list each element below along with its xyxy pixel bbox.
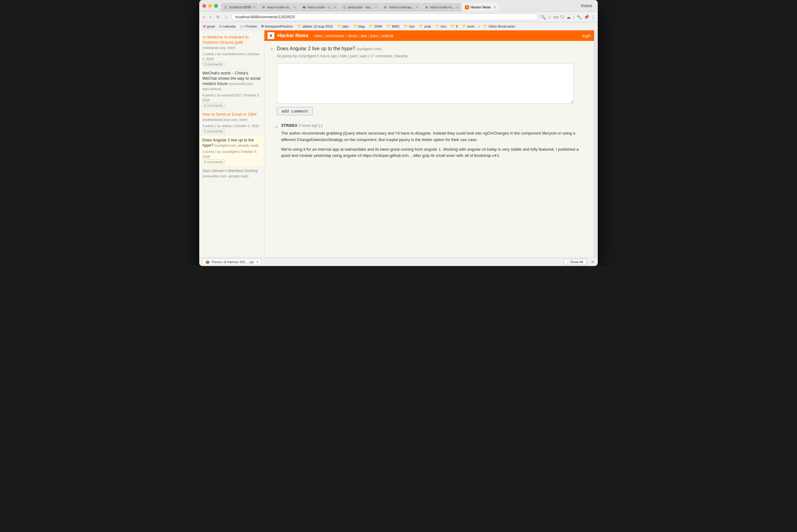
tab-close-icon[interactable]: ✕ [493,5,496,9]
bookmark-alltabs[interactable]: 📁 alltabs 19-aug-2016 [296,23,334,29]
bookmark-calendar[interactable]: G calendar [218,24,237,29]
tab-js[interactable]: 🗋 javascript - rea... ✕ [340,3,380,12]
comment-collapse[interactable]: [-] [319,124,323,128]
favorite-link[interactable]: favorite [395,54,407,58]
web-link[interactable]: web [360,54,367,58]
story-link[interactable]: How to Send an Email in 1984 [202,112,257,117]
story-meta: 2 points | by cscycligent | October 3, 2… [202,149,261,165]
comment-textarea[interactable] [277,63,574,103]
comments-link[interactable]: 0 comments [202,103,225,108]
sidebar-story-5[interactable]: Sam Altman's Manifest Destiny (newyorker… [199,167,264,182]
bookmark-gmail[interactable]: M gmail [202,24,216,29]
comment-paragraph-2: We're using it for an internal app at wa… [281,146,584,159]
page-icon: 🗋 [224,5,228,9]
download-item: 📦 Person of Interest S01....zip ▾ [202,259,261,265]
close-button[interactable] [202,4,206,8]
bookmark-mad[interactable]: 📁 MAD [385,23,401,29]
forward-button[interactable]: › [208,14,212,20]
nav-comments[interactable]: comments [326,34,344,38]
folder-icon: 📁 [369,24,373,28]
comments-link[interactable]: 0 comments [202,129,225,134]
bookmark-blag[interactable]: 📁 blag [352,23,366,29]
comments-link[interactable]: 17 comments [370,54,392,58]
nav-show[interactable]: show [348,34,357,38]
tab-close-icon[interactable]: ✕ [293,5,296,9]
tab-close-icon[interactable]: ✕ [333,5,336,9]
comment-paragraph-1: The author recommends grabbing jQuery wh… [281,130,584,143]
bookmark-tools[interactable]: 📁 tools [461,23,476,29]
comment-upvote[interactable]: ▲ [274,124,279,162]
nav-new[interactable]: new [315,34,322,38]
tab-github1[interactable]: ⚙ react-router-tu... ✕ [259,3,299,12]
hn-favicon: Y [465,5,469,9]
bookmark-flexbox[interactable]: ⊞ threepanelFlexbox [260,23,294,29]
download-bar-close[interactable]: ✕ [591,260,595,264]
tab-github2[interactable]: ⚙ react-router/ap... ✕ [380,3,421,12]
sidebar-story-4-active[interactable]: Does Angular 2 live up to the hype? (cyc… [199,136,264,167]
bookmark-tors[interactable]: 📁 tors [434,23,448,29]
more-bookmarks[interactable]: » [478,24,480,28]
bookmark-icon[interactable]: ☆ [547,15,551,20]
tab-hn[interactable]: Y Hacker News ✕ [462,3,499,12]
story-title: Sam Altman's Manifest Destiny (newyorker… [202,168,261,179]
bookmark-tabs[interactable]: 📁 tabs [336,23,350,29]
extension-icon[interactable]: 🔧 [577,15,582,20]
story-link[interactable]: Sam Altman's Manifest Destiny [202,168,258,173]
scrollbar[interactable] [594,31,598,257]
nav-submit[interactable]: submit [381,34,393,38]
story-meta: 2 points | by sounddetective | October 3… [202,52,261,67]
github-icon: ⚙ [424,5,428,9]
bookmark-other[interactable]: 📁 Other Bookmarks [482,23,517,29]
comments-link[interactable]: 0 comments [202,159,225,164]
download-icon[interactable]: ↓ [573,15,575,20]
tab-close-icon[interactable]: ✕ [456,5,458,9]
story-title-link[interactable]: Does Angular 2 live up to the hype? [277,46,355,51]
hn-main: Y Hacker News new | comments | show | as… [265,31,594,257]
comments-link[interactable]: 0 comments [202,62,225,66]
fullscreen-button[interactable] [214,4,218,8]
story-points-row: 60 points by cscycligent 5 hours ago | h… [277,54,589,58]
nav-bar: ‹ › ↻ ⌂ 🔍 ☆ css 🛡 ☁ ↓ 🔧 📌 ⋮ [199,12,598,22]
bookmark-pocket[interactable]: □ + Pocket [239,24,258,29]
story-header: ▲ Does Angular 2 live up to the hype? (c… [269,46,589,52]
story-area: ▲ Does Angular 2 live up to the hype? (c… [265,41,594,170]
bookmark-prak[interactable]: 📁 prak [418,23,432,29]
shield-icon: 🛡 [560,15,564,20]
refresh-button[interactable]: ↻ [215,14,221,20]
minimize-button[interactable] [208,4,212,8]
bookmark-dwa[interactable]: 📁 DWA [368,23,383,29]
tab-label: react-router-tu... [430,5,454,9]
author-link[interactable]: cscycligent [298,54,316,58]
tab-reddit[interactable]: 👽 react-router - r... ✕ [299,3,339,12]
home-button[interactable]: ⌂ [224,14,229,20]
search-icon[interactable]: 🔍 [540,15,546,20]
pin-icon[interactable]: 📌 [584,15,589,20]
tab-close-icon[interactable]: ✕ [253,5,255,9]
back-button[interactable]: ‹ [202,14,206,20]
nav-ask[interactable]: ask [361,34,367,38]
download-icon-small: ↓ [567,260,569,264]
download-dropdown[interactable]: ▾ [257,260,258,264]
show-all-button[interactable]: ↓ Show All [564,259,586,265]
sidebar-story-1[interactable]: or Medicine Is Awarded to Yoshinori Ohsu… [199,33,264,69]
add-comment-button[interactable]: add comment [277,107,313,115]
folder-icon: 📁 [462,24,467,28]
bookmark-han[interactable]: 📁 han [402,23,416,29]
upvote-button[interactable]: ▲ [269,46,274,52]
settings-icon[interactable]: ⋮ [591,15,595,20]
hide-link[interactable]: hide [340,54,347,58]
login-link[interactable]: login [582,34,591,38]
sidebar-story-3[interactable]: How to Send an Email in 1984 (motherboar… [199,110,264,136]
past-link[interactable]: past [350,54,357,58]
tab-close-icon[interactable]: ✕ [416,5,418,9]
story-link[interactable]: or Medicine Is Awarded to Yoshinori Ohsu… [202,35,249,45]
tab-close-icon[interactable]: ✕ [375,5,377,9]
sidebar-story-2[interactable]: WeChat's world – China's WeChat shows th… [199,69,264,110]
bookmark-lf[interactable]: 📁 lf [449,23,459,29]
nav-jobs[interactable]: jobs [370,34,378,38]
address-bar[interactable] [231,13,538,21]
comment-section: ▲ STRiDEX 3 hours ago [-] The author rec… [269,120,589,165]
tab-localhost[interactable]: 🗋 localhost:8080 ✕ [221,3,258,12]
tab-github3[interactable]: ⚙ react-router-tu... ✕ [421,3,461,12]
github-icon: ⚙ [384,5,387,9]
